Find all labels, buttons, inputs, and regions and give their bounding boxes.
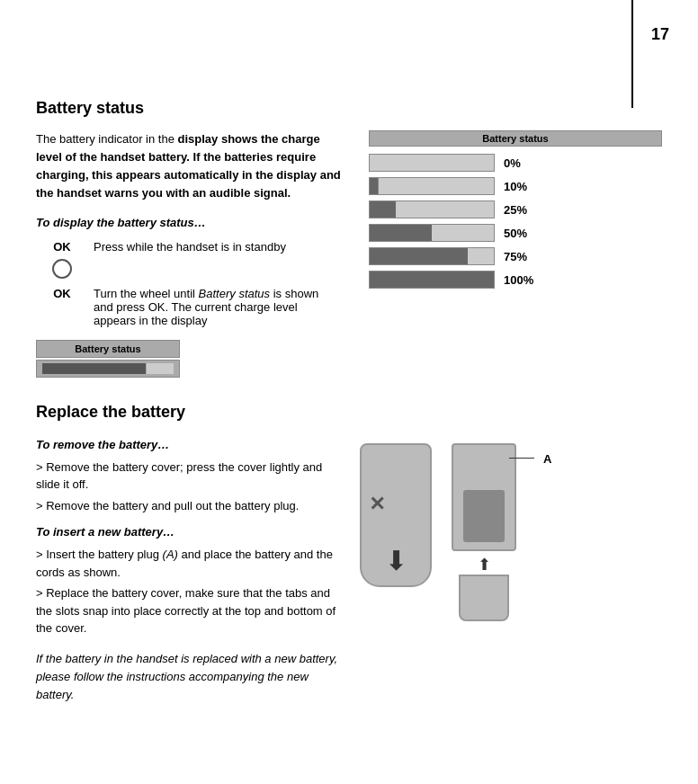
wheel-description <box>94 257 340 283</box>
batt-bar-10 <box>369 177 495 195</box>
battery-status-section: Battery status The battery indicator in … <box>36 99 662 378</box>
arrow-line-a <box>509 458 534 459</box>
replace-right: ✕ ⬇ A <box>360 434 662 704</box>
ok-description-1: Press while the handset is in standby <box>94 238 340 255</box>
replace-left: To remove the battery… Remove the batter… <box>36 434 342 704</box>
battery-unit: A ⬆ <box>452 443 516 621</box>
batt-percent-0: 0% <box>504 156 540 170</box>
step-ok-2: OK Turn the wheel until Battery status i… <box>38 285 340 329</box>
widget-label-small: Battery status <box>36 340 180 358</box>
arrow-down-icon: ⬇ <box>385 548 407 575</box>
batt-empty-25 <box>396 201 494 218</box>
batt-bar-0 <box>369 154 495 172</box>
step-ok-1: OK Press while the handset is in standby <box>38 238 340 255</box>
batt-filled-10 <box>370 178 379 194</box>
batt-percent-25: 25% <box>504 203 540 217</box>
step-wheel <box>38 257 340 283</box>
battery-status-header: Battery status <box>369 130 662 147</box>
remove-battery-heading: To remove the battery… <box>36 438 342 451</box>
battery-widget-small: Battery status <box>36 340 180 378</box>
instructions-table: OK Press while the handset is in standby… <box>36 236 342 331</box>
battery-bottom-plug <box>459 575 509 621</box>
batt-bar-75 <box>369 247 495 265</box>
insert-battery-heading: To insert a new battery… <box>36 525 342 539</box>
phone-body-container: ✕ ⬇ <box>360 443 441 605</box>
widget-bar-small <box>36 360 180 378</box>
wheel-icon-cell <box>38 257 92 283</box>
ok-label-1: OK <box>38 238 92 255</box>
replace-battery-title: Replace the battery <box>36 403 662 422</box>
batt-percent-100: 100% <box>504 273 540 287</box>
batt-bar-100 <box>369 271 495 289</box>
batt-percent-10: 10% <box>504 180 540 193</box>
bar-empty <box>147 363 174 374</box>
remove-step-2: Remove the battery and pull out the batt… <box>36 497 342 515</box>
batt-filled-50 <box>370 225 432 241</box>
arrow-up-icon: ⬆ <box>478 557 491 573</box>
battery-status-left: The battery indicator in the display sho… <box>36 130 342 378</box>
ok-label-2: OK <box>38 285 92 329</box>
remove-step-1: Remove the battery cover; press the cove… <box>36 459 342 494</box>
battery-status-body: The battery indicator in the display sho… <box>36 130 342 203</box>
battery-row-25: 25% <box>369 200 662 218</box>
battery-note: If the battery in the handset is replace… <box>36 650 342 704</box>
batt-empty-10 <box>379 178 494 194</box>
batt-empty-50 <box>432 225 494 241</box>
battery-row-75: 75% <box>369 247 662 265</box>
vertical-line <box>631 0 633 108</box>
page-number: 17 <box>651 25 669 44</box>
battery-status-right: Battery status 0% 10% <box>369 130 662 378</box>
insert-step-1: Insert the battery plug (A) and place th… <box>36 546 342 581</box>
replace-battery-section: Replace the battery To remove the batter… <box>36 403 662 704</box>
wheel-icon <box>52 259 72 279</box>
battery-row-0: 0% <box>369 154 662 172</box>
batt-empty-75 <box>468 248 494 264</box>
bar-filled <box>42 363 146 374</box>
display-battery-heading: To display the battery status… <box>36 216 342 229</box>
replace-columns: To remove the battery… Remove the batter… <box>36 434 662 704</box>
x-mark: ✕ <box>369 494 385 514</box>
phone-body: ✕ ⬇ <box>360 443 432 587</box>
battery-row-10: 10% <box>369 177 662 195</box>
battery-inner-cell <box>463 490 505 542</box>
battery-status-label-header: Battery status <box>369 130 662 147</box>
insert-step-2: Replace the battery cover, make sure tha… <box>36 584 342 637</box>
batt-filled-25 <box>370 201 396 218</box>
batt-bar-25 <box>369 200 495 218</box>
ok-description-2: Turn the wheel until Battery status is s… <box>94 285 340 329</box>
label-a: A <box>543 452 551 466</box>
batt-percent-75: 75% <box>504 250 540 263</box>
batt-bar-50 <box>369 224 495 242</box>
battery-body-top: A <box>452 443 516 551</box>
batt-percent-50: 50% <box>504 227 540 240</box>
batt-filled-100 <box>370 272 494 288</box>
battery-status-columns: The battery indicator in the display sho… <box>36 130 662 378</box>
battery-row-100: 100% <box>369 271 662 289</box>
batt-empty-0 <box>370 155 494 171</box>
battery-diagram: ✕ ⬇ A <box>360 443 516 621</box>
battery-row-50: 50% <box>369 224 662 242</box>
battery-status-title: Battery status <box>36 99 662 118</box>
batt-filled-75 <box>370 248 468 264</box>
